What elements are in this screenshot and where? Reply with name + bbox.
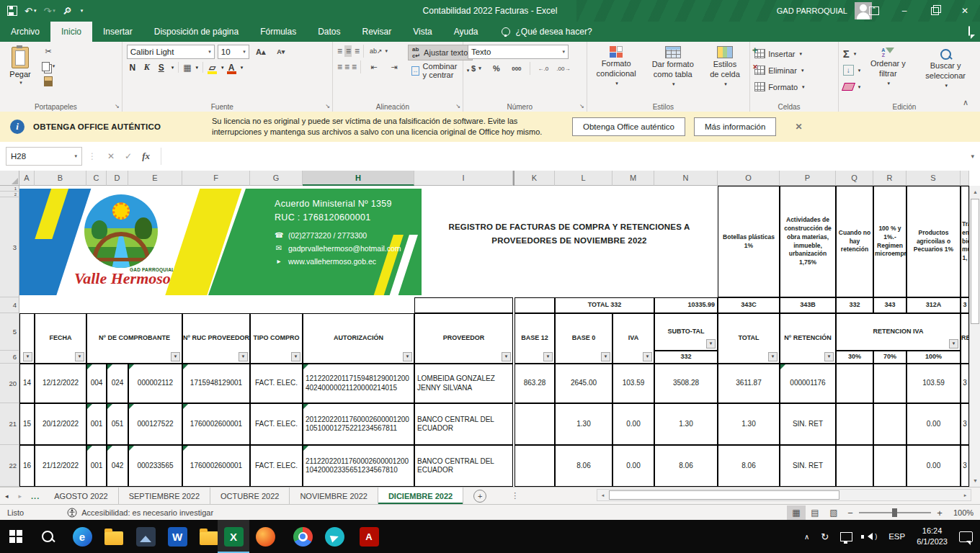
tab-vista[interactable]: Vista — [402, 22, 442, 42]
row-header-22[interactable]: 22 — [0, 445, 19, 487]
sort-filter-button[interactable]: AZ Ordenar y filtrar ▾ — [864, 45, 912, 88]
scroll-up-icon[interactable]: ▲ — [970, 186, 980, 198]
vertical-scroll-thumb[interactable] — [971, 199, 979, 324]
format-cells-button[interactable]: Formato ▾ — [754, 80, 804, 94]
cell-iva[interactable]: 0.00 — [612, 403, 654, 445]
cell-autorizacion[interactable]: 2112202201176000260000120010420002335651… — [303, 445, 414, 487]
zoom-out-icon[interactable]: − — [843, 508, 858, 518]
align-bottom-icon[interactable]: ≡ — [355, 46, 359, 56]
column-header-I[interactable]: I — [414, 171, 513, 186]
filter-dropdown-icon[interactable] — [949, 339, 958, 349]
filter-dropdown-icon[interactable] — [768, 352, 778, 361]
cell-base0[interactable]: 8.06 — [555, 445, 612, 487]
insert-dropdown-icon[interactable]: ▾ — [799, 51, 802, 57]
cell-subtotal[interactable]: 3508.28 — [654, 364, 718, 403]
tab-datos[interactable]: Datos — [307, 22, 351, 42]
header-index[interactable] — [19, 313, 35, 364]
sheet-tab-diciembre[interactable]: DICIEMBRE 2022 — [378, 487, 463, 504]
license-close-icon[interactable]: ✕ — [795, 122, 802, 132]
chrome-icon[interactable] — [287, 520, 318, 553]
column-header-E[interactable]: E — [128, 171, 182, 186]
insert-function-icon[interactable]: fx — [142, 150, 150, 162]
cell-secuencial[interactable]: 000127522 — [128, 403, 182, 445]
tax-header-r[interactable]: 100 % y 1%.- Regimen microempresa — [873, 186, 906, 297]
cell-retencion[interactable]: 000001176 — [780, 364, 836, 403]
cell-t[interactable]: 3 — [961, 403, 969, 445]
cell-ret70[interactable] — [873, 445, 906, 487]
photos-icon[interactable] — [130, 520, 161, 553]
filter-dropdown-icon[interactable] — [706, 339, 716, 349]
row-header-1[interactable]: 1 — [0, 186, 19, 192]
conditional-dropdown-icon[interactable]: ▾ — [615, 81, 618, 87]
align-top-icon[interactable]: ≡ — [337, 46, 342, 56]
total-332-value[interactable]: 10335.99 — [654, 297, 718, 313]
conditional-formatting-button[interactable]: Formato condicional ▾ — [592, 45, 641, 88]
column-header-N[interactable]: N — [654, 171, 718, 186]
paste-button[interactable]: Pegar ▾ — [4, 45, 36, 86]
header-retencion-iva[interactable]: RETENCION IVA — [836, 313, 961, 351]
increase-decimal-icon[interactable]: ←.0 — [535, 62, 552, 75]
clear-button[interactable]: ▾ — [843, 80, 861, 94]
cell-retencion[interactable]: SIN. RET — [780, 445, 836, 487]
insert-cells-button[interactable]: ➕︎ Insertar ▾ — [754, 47, 804, 60]
row4-cell-i[interactable] — [414, 297, 513, 313]
select-all-corner[interactable] — [0, 171, 19, 186]
language-indicator[interactable]: ESP — [888, 532, 905, 541]
align-middle-icon[interactable]: ≡ — [344, 45, 352, 57]
cell-fecha[interactable]: 12/12/2022 — [35, 364, 86, 403]
scroll-down-icon[interactable]: ▼ — [970, 475, 980, 487]
underline-button[interactable]: S — [156, 63, 167, 73]
zoom-in-icon[interactable]: + — [932, 508, 947, 518]
filter-dropdown-icon[interactable] — [403, 352, 412, 361]
account-area[interactable]: GAD PARROQUIAL — [777, 0, 872, 22]
increase-font-icon[interactable]: A▴ — [252, 45, 270, 58]
bold-button[interactable]: N — [127, 63, 138, 73]
cell-autorizacion[interactable]: 2012202201176000260000120010510001275221… — [303, 403, 414, 445]
minimize-icon[interactable]: – — [889, 0, 919, 22]
alignment-dialog-launcher-icon[interactable]: ↘ — [455, 103, 460, 109]
word-icon[interactable]: W — [161, 520, 193, 553]
code-343[interactable]: 343 — [873, 297, 906, 313]
tab-archivo[interactable]: Archivo — [0, 22, 50, 42]
align-right-icon[interactable]: ≡ — [352, 62, 356, 72]
fill-button[interactable]: ↓▾ — [843, 63, 861, 77]
action-center-icon[interactable] — [959, 531, 973, 542]
show-hidden-icons[interactable]: ∧ — [804, 533, 809, 541]
increase-indent-icon[interactable]: ⇥ — [386, 60, 403, 73]
code-312a[interactable]: 312A — [906, 297, 961, 313]
tax-header-p[interactable]: Actividades de construcción de obra mate… — [780, 186, 836, 297]
cell-base12[interactable] — [514, 445, 555, 487]
clock[interactable]: 16:24 6/1/2023 — [917, 526, 948, 547]
cell-base0[interactable]: 2645.00 — [555, 364, 612, 403]
row-header-2[interactable]: 2 — [0, 192, 19, 197]
tax-header-s[interactable]: Productos agricoilas o Pecuarios 1% — [906, 186, 961, 297]
cell-num[interactable]: 16 — [19, 445, 35, 487]
font-color-dropdown-icon[interactable]: ▾ — [241, 65, 244, 71]
cell-ruc[interactable]: 1715948129001 — [182, 364, 250, 403]
cell-num[interactable]: 14 — [19, 364, 35, 403]
cell-styles-dropdown-icon[interactable]: ▾ — [724, 81, 727, 88]
column-header-L[interactable]: L — [555, 171, 612, 186]
code-343c[interactable]: 343C — [718, 297, 780, 313]
filter-dropdown-icon[interactable] — [824, 352, 834, 361]
header-subtotal[interactable]: SUBTO-TAL — [654, 313, 718, 351]
tab-inicio[interactable]: Inicio — [50, 22, 92, 42]
comma-style-icon[interactable]: 000 — [508, 62, 525, 75]
collapse-ribbon-icon[interactable]: ∧ — [963, 98, 968, 107]
close-icon[interactable]: ✕ — [950, 0, 980, 22]
tax-header-q[interactable]: Cuando no hay retención — [836, 186, 873, 297]
row-header-4[interactable]: 4 — [0, 297, 19, 313]
format-as-table-button[interactable]: Dar formato como tabla ▾ — [645, 45, 701, 89]
scroll-right-icon[interactable]: ▸ — [960, 490, 971, 500]
filter-dropdown-icon[interactable] — [239, 352, 248, 361]
format-dropdown-icon[interactable]: ▾ — [802, 84, 805, 90]
column-header-D[interactable]: D — [107, 171, 128, 186]
delete-cells-button[interactable]: ✕ Eliminar ▾ — [754, 63, 804, 77]
cell-autorizacion[interactable]: 1212202201171594812900120040240000021120… — [303, 364, 414, 403]
name-box[interactable]: H28▾ — [6, 147, 82, 166]
sheet-nav-left-icon[interactable]: ◂ — [0, 487, 14, 504]
code-343b[interactable]: 343B — [780, 297, 836, 313]
header-base12[interactable]: BASE 12 — [514, 313, 555, 364]
restore-icon[interactable] — [919, 0, 950, 22]
edge-icon[interactable]: e — [66, 520, 98, 553]
